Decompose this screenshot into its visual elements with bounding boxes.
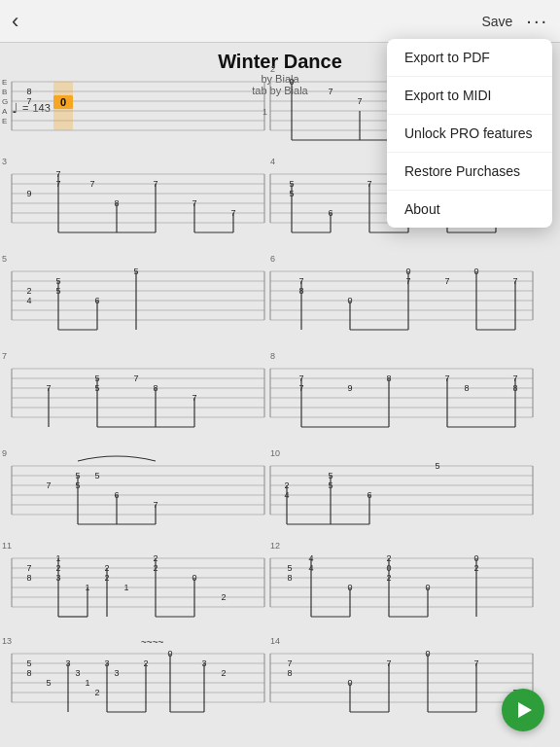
svg-text:B: B xyxy=(2,88,7,96)
svg-text:7: 7 xyxy=(2,351,7,361)
svg-text:A: A xyxy=(2,107,8,116)
save-button[interactable]: Save xyxy=(481,14,512,29)
play-icon xyxy=(518,702,532,718)
svg-text:3: 3 xyxy=(2,157,7,166)
svg-text:5: 5 xyxy=(94,471,99,480)
svg-text:7: 7 xyxy=(357,96,362,106)
svg-text:9: 9 xyxy=(26,189,31,198)
about-item[interactable]: About xyxy=(387,191,552,228)
svg-text:7: 7 xyxy=(287,658,292,668)
svg-text:E: E xyxy=(2,78,7,87)
dropdown-menu: Export to PDF Export to MIDI Unlock PRO … xyxy=(387,39,552,228)
svg-text:5: 5 xyxy=(26,658,31,668)
svg-text:8: 8 xyxy=(270,351,275,361)
svg-text:G: G xyxy=(2,97,8,106)
svg-text:7: 7 xyxy=(89,179,94,189)
svg-text:2: 2 xyxy=(26,286,31,296)
svg-text:7: 7 xyxy=(46,480,51,490)
export-midi-item[interactable]: Export to MIDI xyxy=(387,77,552,115)
svg-text:5: 5 xyxy=(2,254,7,264)
svg-text:10: 10 xyxy=(270,448,280,458)
more-options-button[interactable]: ··· xyxy=(526,10,548,32)
svg-text:8: 8 xyxy=(464,383,469,393)
svg-text:13: 13 xyxy=(2,636,12,646)
top-bar-right: Save ··· xyxy=(481,10,548,32)
restore-purchases-item[interactable]: Restore Purchases xyxy=(387,153,552,191)
back-button[interactable]: ‹ xyxy=(12,9,18,34)
svg-text:5: 5 xyxy=(287,563,292,573)
svg-text:4: 4 xyxy=(26,296,31,305)
play-button[interactable] xyxy=(502,689,544,731)
svg-text:5: 5 xyxy=(46,678,51,688)
svg-text:7: 7 xyxy=(133,374,138,383)
svg-text:7: 7 xyxy=(26,563,31,573)
svg-text:3: 3 xyxy=(114,668,119,678)
unlock-pro-item[interactable]: Unlock PRO features xyxy=(387,115,552,153)
svg-text:7: 7 xyxy=(328,87,332,96)
svg-text:~~~~: ~~~~ xyxy=(141,637,164,648)
svg-text:14: 14 xyxy=(270,636,280,646)
top-bar: ‹ Save ··· xyxy=(0,0,560,43)
svg-text:9: 9 xyxy=(2,448,7,458)
svg-text:8: 8 xyxy=(26,573,31,583)
svg-text:11: 11 xyxy=(2,541,12,551)
svg-text:E: E xyxy=(2,117,7,125)
svg-text:7: 7 xyxy=(26,96,31,106)
svg-text:0: 0 xyxy=(60,96,66,108)
svg-text:7: 7 xyxy=(444,276,449,286)
svg-text:4: 4 xyxy=(270,157,275,166)
svg-text:5: 5 xyxy=(435,461,439,471)
svg-text:8: 8 xyxy=(287,668,292,678)
export-pdf-item[interactable]: Export to PDF xyxy=(387,39,552,77)
svg-text:12: 12 xyxy=(270,541,280,551)
svg-text:8: 8 xyxy=(26,668,31,678)
svg-text:2: 2 xyxy=(270,64,275,74)
svg-text:2: 2 xyxy=(94,688,99,697)
svg-text:3: 3 xyxy=(75,668,80,678)
svg-text:6: 6 xyxy=(270,254,275,264)
svg-text:9: 9 xyxy=(347,383,352,393)
svg-text:2: 2 xyxy=(221,668,226,678)
svg-text:8: 8 xyxy=(26,87,31,96)
svg-text:8: 8 xyxy=(287,573,292,583)
svg-text:1: 1 xyxy=(123,583,128,592)
svg-text:1: 1 xyxy=(85,678,89,688)
svg-text:2: 2 xyxy=(221,592,226,602)
